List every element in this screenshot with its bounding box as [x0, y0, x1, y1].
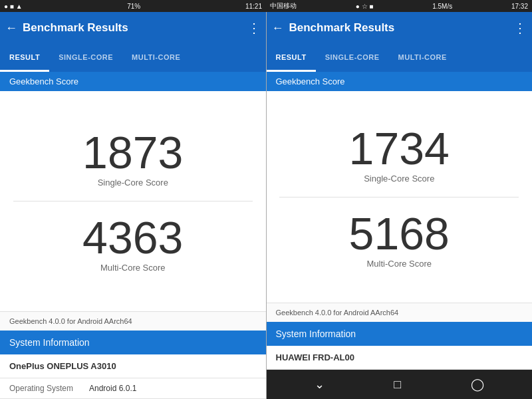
right-section-header: Geekbench Score — [267, 72, 533, 91]
time-right: 17:32 — [511, 3, 528, 10]
nav-home-icon[interactable]: □ — [394, 378, 401, 392]
status-icons-left: ● ■ ▲ — [4, 3, 23, 10]
left-section-header: Geekbench Score — [0, 72, 266, 91]
status-bar-left: ● ■ ▲ 71% 11:21 — [0, 0, 266, 12]
right-back-button[interactable]: ← — [272, 21, 284, 35]
right-score-area: 1734 Single-Core Score 5168 Multi-Core S… — [267, 91, 533, 303]
right-tab-multicore[interactable]: MULTI-CORE — [389, 44, 456, 72]
left-multi-core-block: 4363 Multi-Core Score — [0, 201, 266, 286]
left-bottom-info: Geekbench 4.0.0 for Android AArch64 — [0, 311, 266, 331]
status-bar-right: 中国移动 ● ☆ ■ 1.5M/s 17:32 — [266, 0, 532, 12]
right-tab-bar: RESULT SINGLE-CORE MULTI-CORE — [267, 44, 533, 72]
right-app-header: ← Benchmark Results ⋮ — [267, 12, 533, 44]
right-tab-singlecore[interactable]: SINGLE-CORE — [316, 44, 389, 72]
right-single-core-block: 1734 Single-Core Score — [267, 112, 533, 197]
status-icons-right: ● ☆ ■ — [356, 3, 374, 10]
left-os-value: Android 6.0.1 — [89, 384, 136, 393]
left-single-core-block: 1873 Single-Core Score — [0, 116, 266, 201]
right-single-core-label: Single-Core Score — [364, 174, 434, 184]
left-more-button[interactable]: ⋮ — [247, 20, 261, 36]
left-multi-core-label: Multi-Core Score — [100, 263, 166, 273]
time-left: 11:21 — [245, 3, 262, 10]
right-multi-core-block: 5168 Multi-Core Score — [267, 198, 533, 282]
left-single-core-score: 1873 — [82, 130, 183, 175]
left-header-title: Benchmark Results — [23, 21, 242, 35]
left-app-header: ← Benchmark Results ⋮ — [0, 12, 266, 44]
right-system-info-header: System Information — [267, 322, 533, 346]
right-more-button[interactable]: ⋮ — [513, 20, 527, 36]
left-system-info-header: System Information — [0, 331, 266, 354]
nav-recents-icon[interactable]: ◯ — [471, 377, 484, 392]
left-device-row: OnePlus ONEPLUS A3010 — [0, 354, 266, 378]
right-multi-core-label: Multi-Core Score — [366, 259, 432, 269]
right-tab-result[interactable]: RESULT — [267, 44, 316, 72]
left-tab-multicore[interactable]: MULTI-CORE — [122, 44, 190, 72]
left-panel: ← Benchmark Results ⋮ RESULT SINGLE-CORE… — [0, 12, 266, 399]
right-nav-bar: ⌄ □ ◯ — [267, 370, 533, 399]
left-single-core-label: Single-Core Score — [98, 178, 168, 188]
carrier-right: 中国移动 — [270, 1, 297, 11]
left-os-label: Operating System — [9, 384, 76, 393]
right-device-row: HUAWEI FRD-AL00 — [267, 346, 533, 370]
signal-right: 1.5M/s — [432, 3, 452, 10]
left-back-button[interactable]: ← — [5, 21, 17, 35]
right-header-title: Benchmark Results — [289, 21, 509, 35]
left-os-row: Operating System Android 6.0.1 — [0, 378, 266, 399]
right-panel: ← Benchmark Results ⋮ RESULT SINGLE-CORE… — [267, 12, 533, 399]
right-single-core-score: 1734 — [349, 126, 450, 171]
battery-left: 71% — [127, 3, 140, 10]
left-tab-singlecore[interactable]: SINGLE-CORE — [49, 44, 122, 72]
left-score-area: 1873 Single-Core Score 4363 Multi-Core S… — [0, 91, 266, 311]
right-bottom-info: Geekbench 4.0.0 for Android AArch64 — [267, 303, 533, 322]
right-multi-core-score: 5168 — [349, 211, 450, 256]
nav-back-icon[interactable]: ⌄ — [315, 377, 325, 392]
left-tab-result[interactable]: RESULT — [0, 44, 49, 72]
left-multi-core-score: 4363 — [82, 215, 183, 260]
left-tab-bar: RESULT SINGLE-CORE MULTI-CORE — [0, 44, 266, 72]
